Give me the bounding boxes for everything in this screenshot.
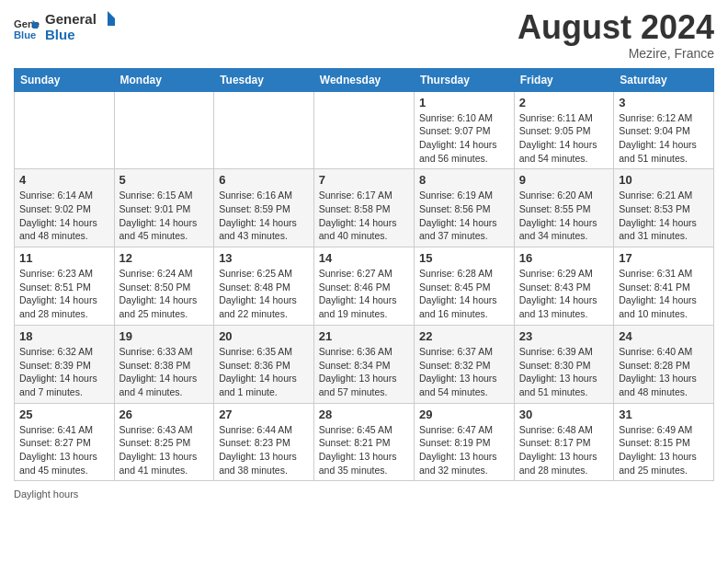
day-info: Sunrise: 6:48 AM Sunset: 8:17 PM Dayligh… xyxy=(519,423,609,477)
calendar-cell: 22Sunrise: 6:37 AM Sunset: 8:32 PM Dayli… xyxy=(414,325,514,403)
day-number: 30 xyxy=(519,408,609,421)
svg-text:Blue: Blue xyxy=(14,29,36,40)
calendar-week-row: 25Sunrise: 6:41 AM Sunset: 8:27 PM Dayli… xyxy=(15,403,714,481)
col-header-sunday: Sunday xyxy=(15,68,115,91)
calendar-cell: 18Sunrise: 6:32 AM Sunset: 8:39 PM Dayli… xyxy=(15,325,115,403)
calendar-cell: 28Sunrise: 6:45 AM Sunset: 8:21 PM Dayli… xyxy=(313,403,414,481)
calendar-cell: 26Sunrise: 6:43 AM Sunset: 8:25 PM Dayli… xyxy=(114,403,214,481)
calendar-cell: 24Sunrise: 6:40 AM Sunset: 8:28 PM Dayli… xyxy=(614,325,714,403)
day-number: 7 xyxy=(319,173,409,187)
calendar-cell: 19Sunrise: 6:33 AM Sunset: 8:38 PM Dayli… xyxy=(114,325,214,403)
title-block: August 2024 Mezire, France xyxy=(518,9,714,61)
day-number: 17 xyxy=(619,251,709,265)
calendar-week-row: 11Sunrise: 6:23 AM Sunset: 8:51 PM Dayli… xyxy=(15,247,714,326)
page-header: General Blue General Blue August 2024 Me… xyxy=(14,9,714,61)
logo-icon: General Blue xyxy=(14,16,40,41)
calendar-cell: 4Sunrise: 6:14 AM Sunset: 9:02 PM Daylig… xyxy=(15,169,115,247)
day-info: Sunrise: 6:15 AM Sunset: 9:01 PM Dayligh… xyxy=(119,189,210,243)
calendar-cell: 7Sunrise: 6:17 AM Sunset: 8:58 PM Daylig… xyxy=(313,169,414,247)
col-header-thursday: Thursday xyxy=(414,68,514,91)
day-info: Sunrise: 6:33 AM Sunset: 8:38 PM Dayligh… xyxy=(119,345,210,399)
day-number: 20 xyxy=(219,329,309,343)
day-number: 29 xyxy=(419,408,509,421)
day-number: 26 xyxy=(119,408,210,421)
calendar-cell: 12Sunrise: 6:24 AM Sunset: 8:50 PM Dayli… xyxy=(114,247,214,326)
day-info: Sunrise: 6:40 AM Sunset: 8:28 PM Dayligh… xyxy=(619,345,709,399)
day-number: 13 xyxy=(219,251,309,265)
calendar-cell xyxy=(15,91,115,169)
calendar-cell: 17Sunrise: 6:31 AM Sunset: 8:41 PM Dayli… xyxy=(614,247,714,326)
day-info: Sunrise: 6:43 AM Sunset: 8:25 PM Dayligh… xyxy=(119,423,210,477)
day-info: Sunrise: 6:32 AM Sunset: 8:39 PM Dayligh… xyxy=(19,345,109,399)
day-number: 16 xyxy=(519,251,609,265)
calendar-week-row: 1Sunrise: 6:10 AM Sunset: 9:07 PM Daylig… xyxy=(15,91,714,169)
logo-svg: General Blue xyxy=(45,9,119,44)
day-info: Sunrise: 6:45 AM Sunset: 8:21 PM Dayligh… xyxy=(319,423,409,477)
footer: Daylight hours xyxy=(14,488,714,500)
col-header-monday: Monday xyxy=(114,68,214,91)
day-number: 24 xyxy=(619,329,709,343)
day-number: 15 xyxy=(419,251,509,265)
calendar-cell: 3Sunrise: 6:12 AM Sunset: 9:04 PM Daylig… xyxy=(614,91,714,169)
calendar-week-row: 4Sunrise: 6:14 AM Sunset: 9:02 PM Daylig… xyxy=(15,169,714,247)
calendar-table: SundayMondayTuesdayWednesdayThursdayFrid… xyxy=(14,68,714,482)
day-number: 3 xyxy=(619,96,709,109)
day-number: 19 xyxy=(119,329,210,343)
day-info: Sunrise: 6:49 AM Sunset: 8:15 PM Dayligh… xyxy=(619,423,709,477)
col-header-saturday: Saturday xyxy=(614,68,714,91)
calendar-cell: 10Sunrise: 6:21 AM Sunset: 8:53 PM Dayli… xyxy=(614,169,714,247)
day-number: 4 xyxy=(19,173,109,187)
day-number: 31 xyxy=(619,408,709,421)
day-number: 12 xyxy=(119,251,210,265)
day-number: 6 xyxy=(219,173,309,187)
day-number: 18 xyxy=(19,329,109,343)
day-info: Sunrise: 6:39 AM Sunset: 8:30 PM Dayligh… xyxy=(519,345,609,399)
day-info: Sunrise: 6:23 AM Sunset: 8:51 PM Dayligh… xyxy=(19,267,109,321)
day-info: Sunrise: 6:44 AM Sunset: 8:23 PM Dayligh… xyxy=(219,423,309,477)
day-info: Sunrise: 6:28 AM Sunset: 8:45 PM Dayligh… xyxy=(419,267,509,321)
location: Mezire, France xyxy=(518,46,714,61)
day-info: Sunrise: 6:24 AM Sunset: 8:50 PM Dayligh… xyxy=(119,267,210,321)
calendar-cell xyxy=(214,91,314,169)
month-title: August 2024 xyxy=(518,9,714,46)
calendar-cell: 30Sunrise: 6:48 AM Sunset: 8:17 PM Dayli… xyxy=(514,403,613,481)
svg-text:Blue: Blue xyxy=(45,27,75,42)
day-number: 11 xyxy=(19,251,109,265)
day-info: Sunrise: 6:19 AM Sunset: 8:56 PM Dayligh… xyxy=(419,189,509,243)
day-number: 23 xyxy=(519,329,609,343)
day-info: Sunrise: 6:12 AM Sunset: 9:04 PM Dayligh… xyxy=(619,111,709,166)
day-info: Sunrise: 6:36 AM Sunset: 8:34 PM Dayligh… xyxy=(319,345,409,399)
calendar-cell: 31Sunrise: 6:49 AM Sunset: 8:15 PM Dayli… xyxy=(614,403,714,481)
day-info: Sunrise: 6:25 AM Sunset: 8:48 PM Dayligh… xyxy=(219,267,309,321)
day-info: Sunrise: 6:21 AM Sunset: 8:53 PM Dayligh… xyxy=(619,189,709,243)
calendar-cell xyxy=(313,91,414,169)
calendar-cell: 15Sunrise: 6:28 AM Sunset: 8:45 PM Dayli… xyxy=(414,247,514,326)
day-info: Sunrise: 6:41 AM Sunset: 8:27 PM Dayligh… xyxy=(19,423,109,477)
day-number: 9 xyxy=(519,173,609,187)
calendar-cell: 9Sunrise: 6:20 AM Sunset: 8:55 PM Daylig… xyxy=(514,169,613,247)
svg-marker-6 xyxy=(108,11,115,18)
col-header-wednesday: Wednesday xyxy=(313,68,414,91)
calendar-cell: 14Sunrise: 6:27 AM Sunset: 8:46 PM Dayli… xyxy=(313,247,414,326)
svg-text:General: General xyxy=(45,11,97,27)
day-number: 1 xyxy=(419,96,509,109)
calendar-cell: 1Sunrise: 6:10 AM Sunset: 9:07 PM Daylig… xyxy=(414,91,514,169)
day-info: Sunrise: 6:11 AM Sunset: 9:05 PM Dayligh… xyxy=(519,111,609,166)
calendar-cell: 20Sunrise: 6:35 AM Sunset: 8:36 PM Dayli… xyxy=(214,325,314,403)
day-info: Sunrise: 6:14 AM Sunset: 9:02 PM Dayligh… xyxy=(19,189,109,243)
col-header-tuesday: Tuesday xyxy=(214,68,314,91)
svg-rect-7 xyxy=(108,18,115,26)
day-number: 27 xyxy=(219,408,309,421)
day-number: 2 xyxy=(519,96,609,109)
day-info: Sunrise: 6:16 AM Sunset: 8:59 PM Dayligh… xyxy=(219,189,309,243)
day-info: Sunrise: 6:29 AM Sunset: 8:43 PM Dayligh… xyxy=(519,267,609,321)
calendar-cell: 16Sunrise: 6:29 AM Sunset: 8:43 PM Dayli… xyxy=(514,247,613,326)
day-info: Sunrise: 6:27 AM Sunset: 8:46 PM Dayligh… xyxy=(319,267,409,321)
calendar-cell: 8Sunrise: 6:19 AM Sunset: 8:56 PM Daylig… xyxy=(414,169,514,247)
day-number: 5 xyxy=(119,173,210,187)
calendar-cell: 6Sunrise: 6:16 AM Sunset: 8:59 PM Daylig… xyxy=(214,169,314,247)
calendar-cell: 11Sunrise: 6:23 AM Sunset: 8:51 PM Dayli… xyxy=(15,247,115,326)
daylight-label: Daylight hours xyxy=(14,488,78,500)
calendar-header-row: SundayMondayTuesdayWednesdayThursdayFrid… xyxy=(15,68,714,91)
day-info: Sunrise: 6:17 AM Sunset: 8:58 PM Dayligh… xyxy=(319,189,409,243)
